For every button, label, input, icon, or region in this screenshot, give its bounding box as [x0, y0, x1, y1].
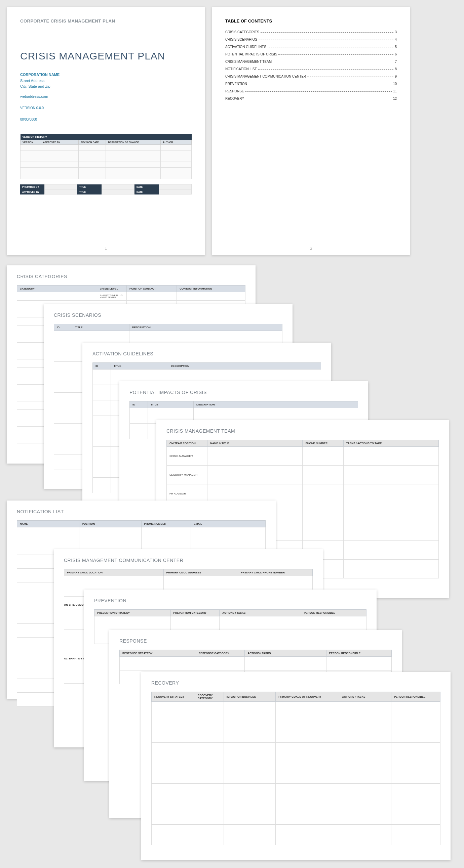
- vh-title: VERSION HISTORY: [21, 134, 192, 140]
- toc-row: RESPONSE11: [225, 89, 397, 93]
- web-address: webaddress.com: [20, 94, 192, 100]
- toc-page: 9: [395, 74, 397, 78]
- version-label: VERSION 0.0.0: [20, 105, 192, 111]
- corp-name: CORPORATION NAME: [20, 72, 192, 78]
- toc-dots: [273, 62, 394, 62]
- doc-header: CORPORATE CRISIS MANAGEMENT PLAN: [20, 19, 192, 24]
- toc-dots: [307, 76, 394, 77]
- toc-page: 10: [393, 82, 397, 86]
- col-revdate: REVISION DATE: [79, 140, 106, 145]
- toc-row: POTENTIAL IMPACTS OF CRISIS6: [225, 53, 397, 56]
- toc-dots: [268, 47, 394, 48]
- toc-row: CRISIS MANAGEMENT COMMUNICATION CENTER9: [225, 74, 397, 78]
- toc-label: RECOVERY: [225, 97, 244, 100]
- page-toc: TABLE OF CONTENTS CRISIS CATEGORIES3CRIS…: [212, 7, 410, 255]
- toc-row: CRISIS MANAGEMENT TEAM7: [225, 60, 397, 63]
- section-title: CRISIS MANAGEMENT TEAM: [167, 428, 439, 434]
- page-number: 2: [310, 247, 312, 250]
- toc-label: CRISIS MANAGEMENT TEAM: [225, 60, 272, 63]
- corp-meta: CORPORATION NAME Street Address City, St…: [20, 72, 192, 122]
- col-author: AUTHOR: [161, 140, 192, 145]
- col-version: VERSION: [21, 140, 41, 145]
- page-cover: CORPORATE CRISIS MANAGEMENT PLAN CRISIS …: [7, 7, 205, 255]
- main-title: CRISIS MANAGEMENT PLAN: [20, 51, 192, 62]
- toc-row: ACTIVATION GUIDELINES5: [225, 45, 397, 49]
- sig-title1: TITLE: [77, 184, 102, 189]
- sig-date1: DATE: [135, 184, 159, 189]
- section-title: POTENTIAL IMPACTS OF CRISIS: [129, 390, 358, 395]
- toc-title: TABLE OF CONTENTS: [225, 19, 397, 24]
- toc-page: 8: [395, 67, 397, 71]
- col-approved: APPROVED BY: [41, 140, 79, 145]
- toc-label: POTENTIAL IMPACTS OF CRISIS: [225, 53, 277, 56]
- section-title: RECOVERY: [151, 680, 440, 686]
- toc-row: RECOVERY12: [225, 97, 397, 100]
- toc-dots: [245, 91, 392, 92]
- toc-label: NOTIFICATION LIST: [225, 67, 257, 71]
- toc-dots: [279, 54, 394, 55]
- toc-label: CRISIS CATEGORIES: [225, 30, 259, 34]
- section-title: PREVENTION: [94, 598, 367, 603]
- toc-row: CRISIS SCENARIOS4: [225, 38, 397, 41]
- toc-label: CRISIS MANAGEMENT COMMUNICATION CENTER: [225, 74, 306, 78]
- toc-dots: [259, 40, 394, 40]
- toc-label: ACTIVATION GUIDELINES: [225, 45, 266, 49]
- sig-title2: TITLE: [77, 189, 102, 194]
- toc-page: 6: [395, 53, 397, 56]
- toc-page: 12: [393, 97, 397, 100]
- toc-label: PREVENTION: [225, 82, 247, 86]
- section-title: CRISIS SCENARIOS: [54, 312, 283, 318]
- page-recovery: RECOVERY RECOVERY STRATEGY RECOVERY CATE…: [141, 672, 451, 860]
- version-history-table: VERSION HISTORY VERSION APPROVED BY REVI…: [20, 134, 192, 179]
- toc-dots: [258, 69, 394, 69]
- toc-dots: [261, 32, 394, 33]
- toc-page: 11: [393, 89, 397, 93]
- toc-row: NOTIFICATION LIST8: [225, 67, 397, 71]
- street-address: Street Address: [20, 78, 192, 84]
- city-state-zip: City, State and Zip: [20, 84, 192, 90]
- toc-page: 7: [395, 60, 397, 63]
- section-title: CRISIS CATEGORIES: [17, 274, 245, 279]
- section-title: CRISIS MANAGEMENT COMMUNICATION CENTER: [64, 558, 313, 563]
- toc-page: 3: [395, 30, 397, 34]
- sig-prepared: PREPARED BY: [20, 184, 45, 189]
- toc-page: 5: [395, 45, 397, 49]
- signature-table: PREPARED BY TITLE DATE APPROVED BY TITLE…: [20, 184, 192, 194]
- col-desc: DESCRIPTION OF CHANGE: [106, 140, 161, 145]
- toc-row: PREVENTION10: [225, 82, 397, 86]
- toc-label: RESPONSE: [225, 89, 244, 93]
- toc-page: 4: [395, 38, 397, 41]
- date-label: 00/00/0000: [20, 117, 192, 122]
- section-title: NOTIFICATION LIST: [17, 509, 266, 514]
- section-title: RESPONSE: [119, 638, 392, 644]
- sig-date2: DATE: [135, 189, 159, 194]
- toc-label: CRISIS SCENARIOS: [225, 38, 257, 41]
- toc-row: CRISIS CATEGORIES3: [225, 30, 397, 34]
- page-number: 1: [105, 247, 107, 250]
- section-title: ACTIVATION GUIDELINES: [92, 351, 321, 356]
- toc-dots: [245, 99, 392, 99]
- toc-dots: [249, 84, 392, 84]
- sig-approved: APPROVED BY: [20, 189, 45, 194]
